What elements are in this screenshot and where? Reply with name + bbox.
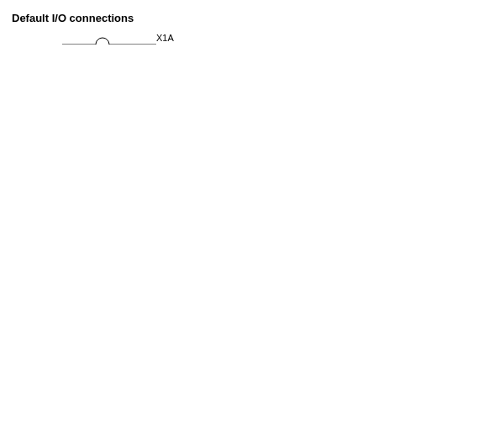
- page-title: Default I/O connections: [12, 12, 492, 24]
- wiring-overlay: [12, 36, 492, 45]
- connector-x1a-label: X1A: [156, 33, 174, 43]
